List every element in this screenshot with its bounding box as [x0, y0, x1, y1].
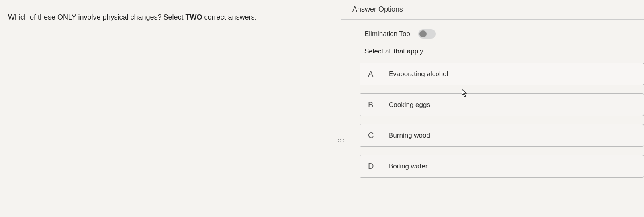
option-c[interactable]: C Burning wood [360, 124, 644, 147]
option-letter: D [368, 162, 378, 171]
option-text: Cooking eggs [389, 101, 430, 109]
option-letter: A [368, 69, 378, 79]
options-list: A Evaporating alcohol B Cooking eggs C B… [341, 63, 644, 178]
answer-header: Answer Options [341, 0, 644, 20]
option-text: Burning wood [389, 132, 430, 140]
tools-row: Elimination Tool [341, 20, 644, 42]
quiz-container: Which of these ONLY involve physical cha… [0, 0, 644, 217]
drag-handle-icon[interactable] [337, 136, 344, 145]
question-emphasis: TWO [186, 13, 202, 21]
elimination-tool-label: Elimination Tool [364, 30, 412, 38]
toggle-knob [419, 30, 427, 37]
question-panel: Which of these ONLY involve physical cha… [0, 0, 341, 217]
answer-header-title: Answer Options [352, 5, 632, 14]
answer-panel: Answer Options Elimination Tool Select a… [341, 0, 644, 217]
option-letter: B [368, 100, 378, 109]
option-b[interactable]: B Cooking eggs [360, 93, 644, 116]
option-letter: C [368, 131, 378, 140]
question-prefix: Which of these ONLY involve physical cha… [8, 13, 186, 21]
elimination-toggle[interactable] [418, 29, 436, 39]
option-text: Boiling water [389, 162, 427, 170]
option-d[interactable]: D Boiling water [360, 155, 644, 178]
question-suffix: correct answers. [202, 13, 257, 21]
select-instruction: Select all that apply [341, 42, 644, 63]
question-text: Which of these ONLY involve physical cha… [8, 12, 333, 22]
option-text: Evaporating alcohol [389, 70, 448, 78]
option-a[interactable]: A Evaporating alcohol [360, 63, 644, 85]
